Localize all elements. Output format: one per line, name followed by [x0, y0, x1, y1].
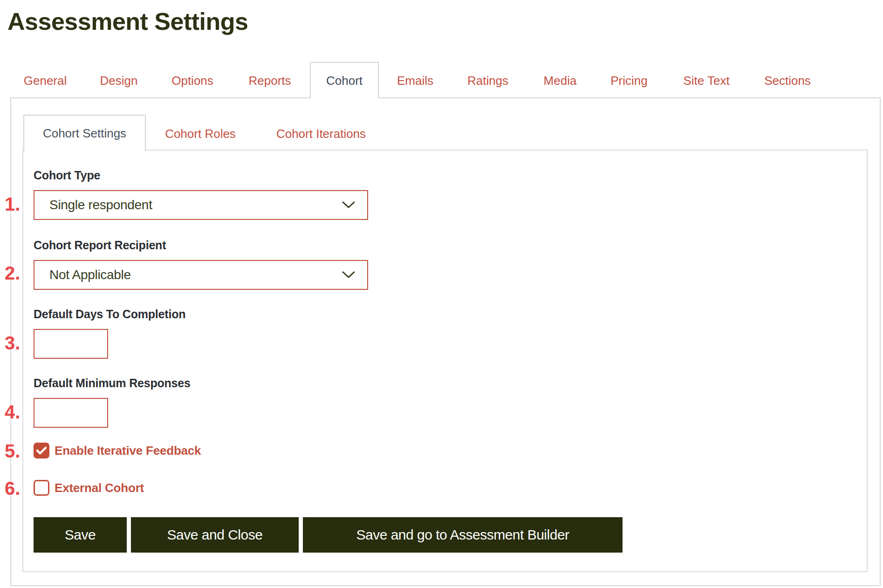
annotation-1: 1. — [5, 195, 20, 213]
annotation-2: 2. — [5, 264, 20, 282]
annotation-5: 5. — [5, 442, 20, 460]
tab-site-text[interactable]: Site Text — [683, 74, 729, 88]
tab-cohort-label: Cohort — [326, 74, 363, 88]
cohort-report-recipient-label: Cohort Report Recipient — [34, 239, 166, 252]
tab-ratings[interactable]: Ratings — [467, 74, 508, 88]
subtab-cohort-iterations[interactable]: Cohort Iterations — [276, 127, 366, 141]
tab-options[interactable]: Options — [171, 74, 213, 88]
cohort-report-recipient-select[interactable]: Not Applicable — [34, 260, 368, 290]
subtab-cohort-settings-label: Cohort Settings — [43, 126, 126, 141]
default-days-to-completion-input[interactable] — [34, 329, 108, 359]
chevron-down-icon — [342, 201, 355, 209]
cohort-type-select[interactable]: Single respondent — [34, 190, 368, 220]
tab-sections[interactable]: Sections — [764, 74, 811, 88]
enable-iterative-feedback-row: Enable Iterative Feedback — [34, 443, 201, 458]
checkmark-icon — [36, 446, 47, 455]
page-title: Assessment Settings — [7, 7, 248, 35]
tab-general[interactable]: General — [24, 74, 67, 88]
subtab-cohort-roles[interactable]: Cohort Roles — [165, 127, 236, 141]
external-cohort-checkbox[interactable] — [34, 480, 49, 496]
annotation-4: 4. — [5, 403, 20, 421]
chevron-down-icon — [342, 271, 355, 279]
annotation-6: 6. — [5, 479, 20, 498]
default-minimum-responses-label: Default Minimum Responses — [34, 376, 191, 390]
external-cohort-row: External Cohort — [34, 480, 144, 496]
save-button[interactable]: Save — [34, 517, 127, 553]
tab-reports[interactable]: Reports — [248, 74, 291, 88]
external-cohort-label: External Cohort — [55, 481, 144, 495]
enable-iterative-feedback-checkbox[interactable] — [34, 443, 49, 458]
cohort-type-selected-value: Single respondent — [34, 198, 152, 212]
tab-cohort[interactable]: Cohort — [310, 62, 379, 98]
annotation-3: 3. — [5, 334, 20, 352]
enable-iterative-feedback-label: Enable Iterative Feedback — [55, 444, 201, 458]
save-and-close-button[interactable]: Save and Close — [131, 517, 299, 553]
default-minimum-responses-input[interactable] — [34, 398, 108, 428]
tab-emails[interactable]: Emails — [397, 74, 433, 88]
subtab-cohort-settings[interactable]: Cohort Settings — [23, 115, 146, 151]
save-and-go-to-assessment-builder-button[interactable]: Save and go to Assessment Builder — [303, 517, 623, 553]
cohort-type-label: Cohort Type — [34, 169, 100, 182]
tab-media[interactable]: Media — [544, 74, 577, 88]
tab-pricing[interactable]: Pricing — [610, 74, 647, 88]
default-days-to-completion-label: Default Days To Completion — [34, 308, 185, 321]
tab-design[interactable]: Design — [100, 74, 138, 88]
cohort-report-recipient-selected-value: Not Applicable — [34, 267, 131, 282]
